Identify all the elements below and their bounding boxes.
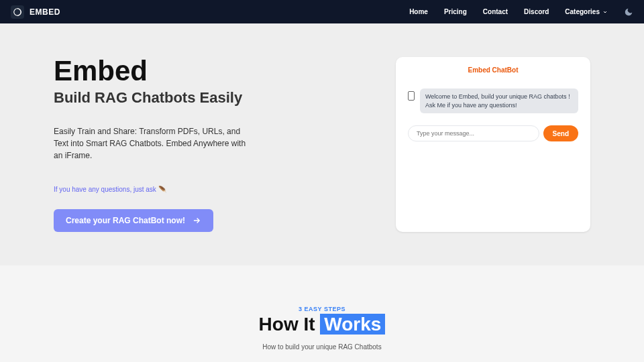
nav-link-home[interactable]: Home bbox=[409, 8, 428, 15]
hero-subtitle: Build RAG Chatbots Easily bbox=[54, 89, 376, 107]
logo[interactable] bbox=[11, 5, 24, 19]
chatbot-welcome-bubble: Welcome to Embed, build your unique RAG … bbox=[420, 88, 578, 113]
navbar-right: Home Pricing Contact Discord Categories bbox=[409, 7, 633, 17]
chatbot-card: Embed ChatBot Welcome to Embed, build yo… bbox=[396, 57, 590, 232]
hero-section: Embed Build RAG Chatbots Easily Easily T… bbox=[0, 23, 644, 265]
steps-label: 3 EASY STEPS bbox=[0, 306, 644, 312]
hero-inner: Embed Build RAG Chatbots Easily Easily T… bbox=[54, 57, 590, 232]
message-input[interactable] bbox=[408, 125, 539, 141]
how-it-works-section: 3 EASY STEPS How It Works How to build y… bbox=[0, 265, 644, 362]
moon-icon[interactable] bbox=[624, 7, 633, 17]
how-description: How to build your unique RAG Chatbots bbox=[0, 343, 644, 351]
hero-note: If you have any questions, just ask 🪶 bbox=[54, 186, 376, 193]
send-button[interactable]: Send bbox=[543, 125, 578, 141]
navbar-left: EMBED bbox=[11, 5, 60, 19]
nav-link-pricing[interactable]: Pricing bbox=[444, 8, 467, 15]
how-title-prefix: How It bbox=[259, 314, 321, 335]
chevron-down-icon bbox=[602, 9, 608, 15]
cta-label: Create your RAG ChatBot now! bbox=[66, 216, 185, 225]
arrow-right-icon bbox=[192, 216, 201, 225]
categories-label: Categories bbox=[565, 8, 600, 15]
hero-description: Easily Train and Share: Transform PDFs, … bbox=[54, 125, 248, 162]
chatbot-title: Embed ChatBot bbox=[408, 66, 578, 74]
nav-link-contact[interactable]: Contact bbox=[483, 8, 508, 15]
bot-avatar-icon bbox=[408, 91, 415, 101]
chatbot-input-row: Send bbox=[408, 125, 578, 141]
how-title: How It Works bbox=[0, 314, 644, 335]
hero-title: Embed bbox=[54, 57, 376, 85]
logo-icon bbox=[13, 7, 22, 17]
brand-text: EMBED bbox=[30, 7, 60, 17]
chatbot-message-row: Welcome to Embed, build your unique RAG … bbox=[408, 88, 578, 113]
nav-link-categories[interactable]: Categories bbox=[565, 8, 608, 15]
nav-link-discord[interactable]: Discord bbox=[524, 8, 549, 15]
hero-left: Embed Build RAG Chatbots Easily Easily T… bbox=[54, 57, 376, 232]
how-title-highlight: Works bbox=[320, 314, 385, 335]
create-chatbot-button[interactable]: Create your RAG ChatBot now! bbox=[54, 209, 213, 232]
navbar: EMBED Home Pricing Contact Discord Categ… bbox=[0, 0, 644, 23]
